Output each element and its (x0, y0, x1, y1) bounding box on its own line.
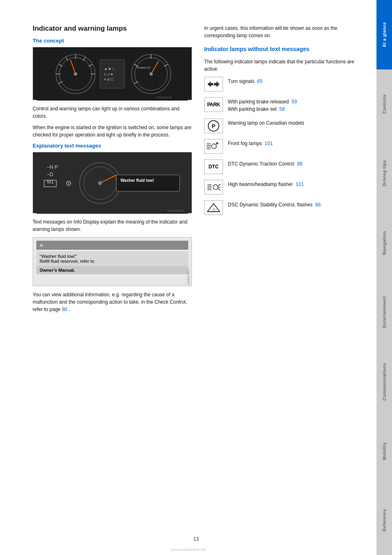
parking-brake-released-ref[interactable]: 59 (292, 99, 297, 105)
svg-point-52 (213, 185, 218, 190)
lamp-row-fog: ✱ Front fog lamps 101 (204, 139, 368, 154)
svg-text:S4EK61ENG: S4EK61ENG (167, 209, 184, 212)
svg-text:⚠: ⚠ (212, 207, 216, 212)
washer-line2: Refill fluid reservoir, refer to (40, 259, 94, 264)
body-text-3: Text messages on Info Display explain th… (33, 218, 192, 233)
turn-signals-ref[interactable]: 65 (257, 78, 263, 84)
svg-text:Protect U4: Protect U4 (137, 66, 150, 69)
dtc-ref[interactable]: 88 (297, 161, 302, 167)
sidebar-label-controls: Controls (382, 94, 387, 114)
dsc-text: DSC Dynamic Stability Control, flashes 8… (228, 200, 321, 208)
svg-rect-36 (116, 175, 180, 191)
page-title: Indicator and warning lamps (33, 25, 192, 33)
lamp-row-canadian: P Warning lamp on Canadian models (204, 119, 368, 133)
turn-signals-text: Turn signals 65 (228, 77, 263, 85)
sidebar-item-driving-tips[interactable]: Driving tips (376, 139, 392, 208)
svg-point-35 (98, 181, 102, 185)
canadian-p-label: P (212, 123, 216, 129)
svg-point-24 (149, 72, 153, 76)
parking-brake-set-ref[interactable]: 58 (279, 106, 285, 112)
sidebar: At a glance Controls Driving tips Naviga… (376, 0, 392, 555)
lamp-row-parking-brake: PARK With parking brake released 59 With… (204, 97, 368, 113)
main-content: Indicator and warning lamps The concept (0, 0, 376, 555)
washer-fluid-box: ⚙ "Washer fluid low!" Refill fluid reser… (33, 237, 192, 286)
sidebar-label-mobility: Mobility (382, 442, 387, 460)
svg-text:DCOC8134: DCOC8134 (157, 96, 172, 99)
park-icon-box: PARK (204, 97, 223, 112)
sidebar-item-reference[interactable]: Reference (376, 486, 392, 555)
fog-lamp-text: Front fog lamps 101 (228, 139, 273, 147)
bottom-watermark: carmanualsonline.info (0, 548, 376, 552)
dtc-icon-box: DTC (204, 159, 223, 174)
lamp-row-turn-signals: Turn signals 65 (204, 77, 368, 92)
img-credit-2: L3KL32ENG (187, 269, 190, 285)
highbeam-ref[interactable]: 101 (296, 181, 304, 187)
svg-text:M1: M1 (47, 179, 54, 185)
sidebar-item-at-a-glance[interactable]: At a glance (376, 0, 392, 69)
dashboard-image: ▲ ⊞ ☆ ▷ ◁ ● ≡ ⊡ ☐ Protect U4 (33, 47, 192, 100)
check-control-link[interactable]: 80 (62, 307, 67, 312)
right-column: In urgent cases, this information will b… (204, 25, 368, 539)
dsc-icon-box: ⚠ (204, 200, 223, 215)
body-text-4: You can view additional information, e.g… (33, 291, 192, 313)
lamp-row-dtc: DTC DTC Dynamic Traction Control 88 (204, 159, 368, 174)
sidebar-label-at-a-glance: At a glance (382, 22, 387, 47)
sidebar-label-driving-tips: Driving tips (382, 160, 387, 186)
svg-line-54 (218, 184, 220, 186)
svg-marker-41 (214, 81, 220, 87)
body-text-2: When the engine is started or the igniti… (33, 124, 192, 139)
indicator-lamps-title: Indicator lamps without text messages (204, 46, 368, 54)
dsc-ref[interactable]: 88 (315, 202, 321, 208)
dtc-label: DTC (209, 164, 219, 170)
page-number: 13 (193, 536, 198, 542)
body-text-4-period: . (69, 307, 70, 312)
concept-subtitle: The concept (33, 38, 192, 44)
svg-text:▷ ◁ ●: ▷ ◁ ● (104, 72, 113, 76)
fog-lamp-ref[interactable]: 101 (265, 141, 273, 146)
park-label: PARK (207, 102, 220, 107)
canadian-icon-box: P (204, 119, 223, 133)
explanatory-subtitle: Explanatory text messages (33, 143, 192, 149)
svg-text:–N P: –N P (47, 164, 58, 170)
sidebar-label-entertainment: Entertainment (382, 296, 387, 328)
washer-header: ⚙ (36, 241, 188, 250)
parking-brake-text: With parking brake released 59 With park… (228, 97, 297, 113)
left-column: Indicator and warning lamps The concept (33, 25, 192, 539)
svg-text:–D: –D (47, 172, 53, 177)
lamp-row-dsc: ⚠ DSC Dynamic Stability Control, flashes… (204, 200, 368, 215)
intro-text: In urgent cases, this information will b… (204, 25, 368, 39)
washer-line1: "Washer fluid low!" (40, 254, 77, 259)
sidebar-label-reference: Reference (382, 509, 387, 531)
washer-content: "Washer fluid low!" Refill fluid reservo… (36, 251, 188, 266)
svg-line-55 (218, 189, 220, 190)
svg-text:≡ ⊡ ☐: ≡ ⊡ ☐ (104, 78, 114, 81)
canadian-warning-text: Warning lamp on Canadian models (228, 119, 304, 127)
dtc-text: DTC Dynamic Traction Control 88 (228, 159, 303, 168)
sidebar-label-navigation: Navigation (382, 231, 387, 255)
svg-text:⚙: ⚙ (65, 179, 72, 188)
sidebar-item-mobility[interactable]: Mobility (376, 416, 392, 486)
highbeam-text: High beams/headlamp flasher 101 (228, 180, 304, 188)
svg-marker-40 (207, 81, 213, 87)
sidebar-item-entertainment[interactable]: Entertainment (376, 278, 392, 347)
sidebar-label-communications: Communications (382, 363, 387, 401)
sidebar-item-controls[interactable]: Controls (376, 69, 392, 139)
indicator-lamps-subtitle: The following indicator lamps indicate t… (204, 58, 368, 73)
highbeam-icon-box (204, 180, 223, 195)
page-container: Indicator and warning lamps The concept (0, 0, 392, 555)
sidebar-item-navigation[interactable]: Navigation (376, 208, 392, 278)
canadian-circle: P (208, 120, 219, 132)
svg-text:▲ ⊞ ☆: ▲ ⊞ ☆ (104, 67, 115, 71)
svg-text:Washer fluid low!: Washer fluid low! (120, 178, 154, 183)
svg-text:✱: ✱ (216, 141, 219, 145)
info-display-image: –N P –D M1 Washer fluid low! ⚙ (33, 152, 192, 213)
fog-lamp-icon-box: ✱ (204, 139, 223, 154)
owners-manual-text: Owner's Manual. (36, 266, 188, 274)
body-text-1: Control and warning lamps can light up i… (33, 105, 192, 120)
lamp-row-highbeam: High beams/headlamp flasher 101 (204, 180, 368, 195)
body-text-4-main: You can view additional information, e.g… (33, 292, 187, 312)
sidebar-item-communications[interactable]: Communications (376, 347, 392, 416)
turn-signal-icon-box (204, 77, 223, 92)
svg-point-12 (74, 72, 77, 76)
